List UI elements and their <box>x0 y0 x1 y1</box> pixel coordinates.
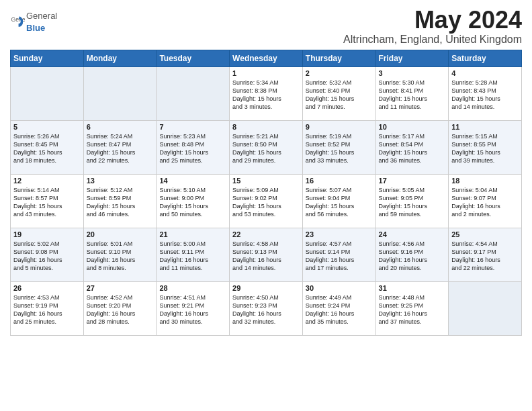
cell-info: Sunrise: 5:01 AM Sunset: 9:10 PM Dayligh… <box>87 240 154 273</box>
calendar-cell: 13Sunrise: 5:12 AM Sunset: 8:59 PM Dayli… <box>83 174 157 228</box>
cell-date-number: 19 <box>13 230 81 238</box>
cell-date-number: 11 <box>451 123 519 131</box>
cell-info: Sunrise: 5:32 AM Sunset: 8:40 PM Dayligh… <box>306 79 373 111</box>
calendar-cell: 15Sunrise: 5:09 AM Sunset: 9:02 PM Dayli… <box>230 174 303 228</box>
cell-info: Sunrise: 4:57 AM Sunset: 9:14 PM Dayligh… <box>306 240 373 273</box>
calendar-cell: 31Sunrise: 4:48 AM Sunset: 9:25 PM Dayli… <box>375 281 449 335</box>
calendar-cell <box>83 66 157 120</box>
cell-info: Sunrise: 5:07 AM Sunset: 9:04 PM Dayligh… <box>306 186 373 219</box>
cell-date-number: 22 <box>232 230 300 238</box>
calendar-cell: 21Sunrise: 5:00 AM Sunset: 9:11 PM Dayli… <box>157 228 230 281</box>
cell-date-number: 1 <box>232 69 300 77</box>
header-sunday: Sunday <box>11 50 84 66</box>
calendar-table: SundayMondayTuesdayWednesdayThursdayFrid… <box>10 50 522 336</box>
cell-date-number: 21 <box>159 230 226 238</box>
cell-date-number: 6 <box>87 123 154 131</box>
cell-info: Sunrise: 5:00 AM Sunset: 9:11 PM Dayligh… <box>159 240 226 273</box>
cell-info: Sunrise: 5:04 AM Sunset: 9:07 PM Dayligh… <box>451 186 519 219</box>
cell-date-number: 15 <box>232 177 300 185</box>
cell-date-number: 23 <box>306 230 373 238</box>
logo-icon: General <box>10 14 25 29</box>
cell-info: Sunrise: 5:05 AM Sunset: 9:05 PM Dayligh… <box>379 186 446 219</box>
calendar-cell: 24Sunrise: 4:56 AM Sunset: 9:16 PM Dayli… <box>375 228 449 281</box>
cell-info: Sunrise: 5:15 AM Sunset: 8:55 PM Dayligh… <box>451 132 519 165</box>
calendar-cell <box>449 281 522 335</box>
cell-info: Sunrise: 5:30 AM Sunset: 8:41 PM Dayligh… <box>379 79 446 111</box>
calendar-cell: 6Sunrise: 5:24 AM Sunset: 8:47 PM Daylig… <box>83 120 157 174</box>
cell-info: Sunrise: 5:12 AM Sunset: 8:59 PM Dayligh… <box>87 186 154 219</box>
calendar-cell: 27Sunrise: 4:52 AM Sunset: 9:20 PM Dayli… <box>83 281 157 335</box>
cell-info: Sunrise: 4:52 AM Sunset: 9:20 PM Dayligh… <box>87 293 154 326</box>
calendar-cell: 17Sunrise: 5:05 AM Sunset: 9:05 PM Dayli… <box>375 174 449 228</box>
cell-date-number: 16 <box>306 177 373 185</box>
calendar-cell: 7Sunrise: 5:23 AM Sunset: 8:48 PM Daylig… <box>157 120 230 174</box>
cell-date-number: 20 <box>87 230 154 238</box>
calendar-week-4: 19Sunrise: 5:02 AM Sunset: 9:08 PM Dayli… <box>11 228 522 281</box>
calendar-cell <box>11 66 84 120</box>
cell-date-number: 24 <box>379 230 446 238</box>
calendar-cell: 22Sunrise: 4:58 AM Sunset: 9:13 PM Dayli… <box>230 228 303 281</box>
calendar-cell: 29Sunrise: 4:50 AM Sunset: 9:23 PM Dayli… <box>230 281 303 335</box>
header-friday: Friday <box>375 50 449 66</box>
cell-info: Sunrise: 5:09 AM Sunset: 9:02 PM Dayligh… <box>232 186 300 219</box>
cell-info: Sunrise: 5:14 AM Sunset: 8:57 PM Dayligh… <box>13 186 81 219</box>
header-wednesday: Wednesday <box>230 50 303 66</box>
cell-date-number: 30 <box>306 284 373 292</box>
calendar-week-2: 5Sunrise: 5:26 AM Sunset: 8:45 PM Daylig… <box>11 120 522 174</box>
calendar-week-1: 1Sunrise: 5:34 AM Sunset: 8:38 PM Daylig… <box>11 66 522 120</box>
cell-date-number: 5 <box>13 123 81 131</box>
cell-info: Sunrise: 5:26 AM Sunset: 8:45 PM Dayligh… <box>13 132 81 165</box>
header-thursday: Thursday <box>302 50 375 66</box>
calendar-cell: 19Sunrise: 5:02 AM Sunset: 9:08 PM Dayli… <box>11 228 84 281</box>
cell-info: Sunrise: 4:53 AM Sunset: 9:19 PM Dayligh… <box>13 293 81 326</box>
calendar-cell: 30Sunrise: 4:49 AM Sunset: 9:24 PM Dayli… <box>302 281 375 335</box>
cell-date-number: 14 <box>159 177 226 185</box>
page-header: General General Blue May 2024 Altrincham… <box>10 7 522 46</box>
cell-date-number: 8 <box>232 123 300 131</box>
cell-info: Sunrise: 4:54 AM Sunset: 9:17 PM Dayligh… <box>451 240 519 273</box>
cell-date-number: 10 <box>379 123 446 131</box>
calendar-cell: 8Sunrise: 5:21 AM Sunset: 8:50 PM Daylig… <box>230 120 303 174</box>
cell-date-number: 17 <box>379 177 446 185</box>
logo-general: General <box>26 11 57 21</box>
calendar-cell: 14Sunrise: 5:10 AM Sunset: 9:00 PM Dayli… <box>157 174 230 228</box>
logo: General General Blue <box>10 7 57 34</box>
calendar-body: 1Sunrise: 5:34 AM Sunset: 8:38 PM Daylig… <box>11 66 522 335</box>
calendar-week-5: 26Sunrise: 4:53 AM Sunset: 9:19 PM Dayli… <box>11 281 522 335</box>
cell-info: Sunrise: 4:58 AM Sunset: 9:13 PM Dayligh… <box>232 240 300 273</box>
cell-info: Sunrise: 4:56 AM Sunset: 9:16 PM Dayligh… <box>379 240 446 273</box>
calendar-cell: 12Sunrise: 5:14 AM Sunset: 8:57 PM Dayli… <box>11 174 84 228</box>
cell-date-number: 25 <box>451 230 519 238</box>
cell-date-number: 18 <box>451 177 519 185</box>
cell-info: Sunrise: 5:34 AM Sunset: 8:38 PM Dayligh… <box>232 79 300 111</box>
cell-info: Sunrise: 5:10 AM Sunset: 9:00 PM Dayligh… <box>159 186 226 219</box>
cell-info: Sunrise: 5:23 AM Sunset: 8:48 PM Dayligh… <box>159 132 226 165</box>
calendar-cell: 5Sunrise: 5:26 AM Sunset: 8:45 PM Daylig… <box>11 120 84 174</box>
header-tuesday: Tuesday <box>157 50 230 66</box>
calendar-header-row: SundayMondayTuesdayWednesdayThursdayFrid… <box>11 50 522 66</box>
calendar-cell <box>157 66 230 120</box>
calendar-cell: 4Sunrise: 5:28 AM Sunset: 8:43 PM Daylig… <box>449 66 522 120</box>
cell-date-number: 3 <box>379 69 446 77</box>
calendar-cell: 10Sunrise: 5:17 AM Sunset: 8:54 PM Dayli… <box>375 120 449 174</box>
calendar-cell: 11Sunrise: 5:15 AM Sunset: 8:55 PM Dayli… <box>449 120 522 174</box>
cell-info: Sunrise: 5:24 AM Sunset: 8:47 PM Dayligh… <box>87 132 154 165</box>
calendar-cell: 26Sunrise: 4:53 AM Sunset: 9:19 PM Dayli… <box>11 281 84 335</box>
header-monday: Monday <box>83 50 157 66</box>
cell-info: Sunrise: 4:49 AM Sunset: 9:24 PM Dayligh… <box>306 293 373 326</box>
calendar-cell: 23Sunrise: 4:57 AM Sunset: 9:14 PM Dayli… <box>302 228 375 281</box>
logo-blue: Blue <box>26 23 45 33</box>
cell-info: Sunrise: 4:50 AM Sunset: 9:23 PM Dayligh… <box>232 293 300 326</box>
cell-date-number: 2 <box>306 69 373 77</box>
cell-date-number: 28 <box>159 284 226 292</box>
cell-info: Sunrise: 5:21 AM Sunset: 8:50 PM Dayligh… <box>232 132 300 165</box>
calendar-cell: 9Sunrise: 5:19 AM Sunset: 8:52 PM Daylig… <box>302 120 375 174</box>
cell-info: Sunrise: 5:17 AM Sunset: 8:54 PM Dayligh… <box>379 132 446 165</box>
calendar-cell: 25Sunrise: 4:54 AM Sunset: 9:17 PM Dayli… <box>449 228 522 281</box>
cell-date-number: 26 <box>13 284 81 292</box>
header-saturday: Saturday <box>449 50 522 66</box>
calendar-cell: 18Sunrise: 5:04 AM Sunset: 9:07 PM Dayli… <box>449 174 522 228</box>
cell-date-number: 7 <box>159 123 226 131</box>
calendar-cell: 20Sunrise: 5:01 AM Sunset: 9:10 PM Dayli… <box>83 228 157 281</box>
calendar-cell: 16Sunrise: 5:07 AM Sunset: 9:04 PM Dayli… <box>302 174 375 228</box>
